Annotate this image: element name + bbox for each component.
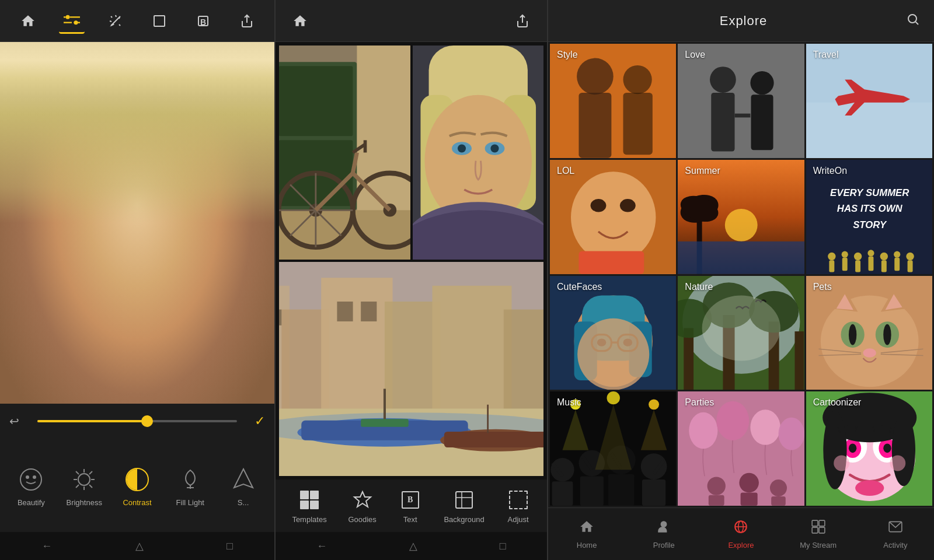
- svg-rect-118: [578, 251, 644, 274]
- recent-apps-button[interactable]: □: [226, 540, 233, 552]
- explore-nav-bar: Home Profile Explore: [548, 508, 934, 560]
- adjust-label: Adjust: [508, 515, 529, 524]
- tool-background[interactable]: Background: [444, 488, 484, 524]
- tool-filllight[interactable]: Fill Light: [170, 464, 211, 507]
- profile-nav-label: Profile: [653, 541, 675, 550]
- svg-rect-92: [444, 432, 543, 447]
- wand-button[interactable]: [103, 8, 128, 34]
- collage-cell-bike[interactable]: [279, 46, 410, 260]
- nav-profile[interactable]: Profile: [640, 519, 687, 550]
- svg-point-15: [59, 60, 216, 169]
- explore-cell-nature[interactable]: Nature: [678, 276, 804, 390]
- collage-cell-boats[interactable]: [279, 262, 543, 476]
- collage-home-button[interactable]: [287, 8, 313, 34]
- svg-point-136: [867, 250, 874, 256]
- svg-point-117: [620, 199, 636, 212]
- svg-rect-93: [361, 419, 409, 427]
- templates-icon: [297, 488, 322, 512]
- text-label: Text: [403, 515, 417, 524]
- svg-point-219: [834, 456, 849, 471]
- svg-line-99: [916, 22, 918, 24]
- svg-rect-45: [279, 66, 353, 136]
- explore-cell-music[interactable]: Music: [550, 391, 676, 506]
- tool-text[interactable]: B Text: [398, 488, 423, 524]
- back-button[interactable]: ←: [41, 540, 52, 552]
- svg-rect-135: [855, 260, 860, 272]
- svg-point-175: [863, 348, 876, 358]
- mystream-nav-label: My Stream: [800, 541, 837, 550]
- tool-adjust[interactable]: Adjust: [506, 488, 531, 524]
- portrait-image: [0, 42, 274, 404]
- svg-point-109: [751, 71, 774, 94]
- svg-line-39: [76, 485, 79, 488]
- explore-cell-style[interactable]: Style: [550, 44, 676, 158]
- explore-cell-summer[interactable]: Summer: [678, 160, 804, 274]
- collage-recent-apps-button[interactable]: □: [500, 540, 506, 552]
- explore-cell-cutefaces[interactable]: CuteFaces: [550, 276, 676, 390]
- collage-cell-girl[interactable]: [413, 46, 544, 260]
- bold-button[interactable]: B: [190, 8, 216, 34]
- svg-point-205: [770, 480, 787, 496]
- confirm-button[interactable]: ✓: [246, 414, 265, 429]
- collage-nav-bar: ← △ □: [276, 532, 547, 560]
- svg-point-138: [880, 253, 887, 260]
- tool-templates[interactable]: Templates: [292, 488, 326, 524]
- share-button[interactable]: [234, 8, 260, 34]
- crop-button[interactable]: [147, 8, 172, 34]
- nav-home[interactable]: Home: [563, 519, 610, 550]
- tool-contrast[interactable]: Contrast: [117, 464, 158, 507]
- explore-title: Explore: [720, 13, 768, 29]
- svg-point-72: [457, 144, 465, 152]
- goodies-icon: [350, 488, 375, 512]
- svg-point-29: [26, 475, 29, 479]
- parties-label: Parties: [685, 397, 714, 408]
- nature-label: Nature: [685, 282, 713, 292]
- svg-rect-106: [678, 44, 804, 158]
- home-nav-button[interactable]: △: [135, 540, 144, 552]
- home-button[interactable]: [15, 8, 41, 34]
- svg-point-21: [151, 173, 172, 188]
- explore-cell-lol[interactable]: LOL: [550, 160, 676, 274]
- undo-button[interactable]: ↩: [9, 414, 28, 428]
- text-icon: B: [398, 488, 423, 512]
- tool-goodies[interactable]: Goodies: [348, 488, 376, 524]
- svg-line-36: [76, 471, 79, 474]
- love-label: Love: [685, 50, 705, 60]
- explore-cell-travel[interactable]: Travel: [806, 44, 932, 158]
- svg-point-0: [65, 15, 69, 19]
- explore-cell-pets[interactable]: Pets: [806, 276, 932, 390]
- tool-beautify[interactable]: Beautify: [11, 464, 51, 507]
- explore-search-button[interactable]: [906, 12, 920, 30]
- tool-sharpen[interactable]: S...: [223, 464, 264, 507]
- svg-line-38: [89, 471, 92, 474]
- explore-cell-love[interactable]: Love: [678, 44, 804, 158]
- travel-label: Travel: [813, 50, 839, 60]
- svg-point-98: [908, 15, 916, 23]
- explore-cell-cartoonizer[interactable]: Cartoonizer: [806, 391, 932, 506]
- svg-point-73: [490, 144, 499, 152]
- slider-thumb[interactable]: [141, 415, 153, 427]
- cartoonizer-label: Cartoonizer: [813, 397, 862, 408]
- contrast-slider[interactable]: [37, 420, 237, 422]
- svg-point-195: [649, 400, 659, 410]
- nav-explore[interactable]: Explore: [717, 519, 764, 550]
- explore-cell-parties[interactable]: Parties: [678, 391, 804, 506]
- collage-share-button[interactable]: [510, 8, 535, 34]
- nav-mystream[interactable]: My Stream: [795, 519, 842, 550]
- adjust-icon: [506, 488, 531, 512]
- explore-cell-writeon[interactable]: EVERY SUMMER HAS ITS OWN STORY Write: [806, 160, 932, 274]
- svg-text:STORY: STORY: [853, 219, 887, 230]
- activity-nav-label: Activity: [883, 541, 907, 550]
- photo-display: [0, 42, 274, 404]
- collage-back-button[interactable]: ←: [316, 540, 327, 552]
- sliders-button[interactable]: [59, 8, 85, 34]
- tool-brightness[interactable]: Brightness: [64, 464, 104, 507]
- nav-activity[interactable]: Activity: [872, 519, 919, 550]
- svg-rect-26: [53, 132, 83, 253]
- svg-point-25: [53, 283, 221, 379]
- collage-home-nav-button[interactable]: △: [409, 540, 417, 552]
- writeon-label: WriteOn: [813, 166, 847, 176]
- editor-toolbar: B: [0, 0, 274, 42]
- editor-nav-bar: ← △ □: [0, 532, 274, 560]
- profile-nav-icon: [656, 519, 671, 538]
